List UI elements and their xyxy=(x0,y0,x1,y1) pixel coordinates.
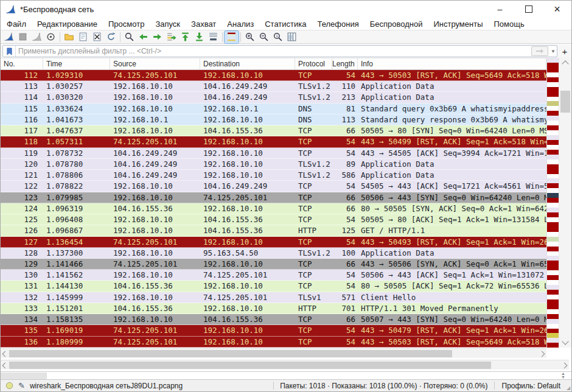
colorize-icon[interactable] xyxy=(225,31,239,43)
zoom-in-icon[interactable] xyxy=(243,31,257,43)
menu-item-запуск[interactable]: Запуск xyxy=(150,19,186,29)
menu-item-файл[interactable]: Файл xyxy=(1,19,32,29)
horizontal-scroll-thumb[interactable] xyxy=(9,350,452,357)
minimize-button[interactable]: – xyxy=(486,1,514,18)
table-row[interactable]: 1261.096867192.168.10.10104.16.155.36HTT… xyxy=(1,225,546,236)
cell-info: 443 → 50479 [RST, ACK] Seq=1 Ack=1 Win=2… xyxy=(358,325,546,335)
table-row[interactable]: 1151.033624192.168.10.10192.168.10.1DNS8… xyxy=(1,103,546,114)
table-row[interactable]: 1231.079985192.168.10.1074.125.205.101TC… xyxy=(1,192,546,203)
table-row[interactable]: 1201.078780104.16.249.249192.168.10.10TL… xyxy=(1,159,546,170)
table-row[interactable]: 1131.030257192.168.10.10104.16.249.249TL… xyxy=(1,81,546,92)
cell-proto: TCP xyxy=(295,325,332,335)
table-row[interactable]: 1361.18099974.125.205.101192.168.10.10TC… xyxy=(1,337,546,348)
autoscroll-icon[interactable] xyxy=(206,31,220,43)
table-row[interactable]: 1311.144130104.16.155.36192.168.10.10TCP… xyxy=(1,281,546,292)
vertical-scrollbar[interactable] xyxy=(559,58,571,348)
go-top-icon[interactable] xyxy=(178,31,192,43)
table-row[interactable]: 1331.151201104.16.155.36192.168.10.10HTT… xyxy=(1,303,546,314)
save-file-icon[interactable] xyxy=(76,31,90,43)
table-row[interactable]: 1121.02931074.125.205.101192.168.10.10TC… xyxy=(1,70,546,81)
table-row[interactable]: 1211.078806104.16.249.249192.168.10.10TL… xyxy=(1,170,546,181)
scroll-up-icon[interactable] xyxy=(562,60,568,67)
stop-capture-icon[interactable] xyxy=(16,31,30,43)
open-file-icon[interactable] xyxy=(62,31,76,43)
horizontal-scrollbar-list[interactable] xyxy=(1,348,546,358)
table-row[interactable]: 1281.137300192.168.10.1095.163.54.50TLSv… xyxy=(1,248,546,259)
go-back-icon[interactable] xyxy=(136,31,150,43)
scroll-down-icon[interactable] xyxy=(562,338,568,345)
bookmark-icon[interactable] xyxy=(3,46,16,57)
table-row[interactable]: 1161.041673192.168.10.1192.168.10.10DNS1… xyxy=(1,114,546,125)
menu-item-инструменты[interactable]: Инструменты xyxy=(428,19,488,29)
column-header-no[interactable]: No. xyxy=(1,58,43,69)
column-header-time[interactable]: Time xyxy=(43,58,110,69)
pane-handle[interactable] xyxy=(1,373,47,379)
scroll-right-icon[interactable] xyxy=(562,363,568,369)
apply-filter-button[interactable] xyxy=(531,46,548,56)
table-row[interactable]: 1351.16901974.125.205.101192.168.10.10TC… xyxy=(1,325,546,336)
cell-dst: 74.125.205.101 xyxy=(200,292,295,303)
table-row[interactable]: 1141.030320192.168.10.10104.16.249.249TL… xyxy=(1,92,546,103)
go-to-packet-icon[interactable] xyxy=(164,31,178,43)
horizontal-scrollbar-lower[interactable] xyxy=(1,360,569,369)
restart-capture-icon[interactable] xyxy=(30,31,44,43)
scroll-left-icon[interactable] xyxy=(2,363,9,369)
close-file-icon[interactable] xyxy=(90,31,104,43)
close-button[interactable]: × xyxy=(543,1,571,18)
column-header-length[interactable]: Length xyxy=(332,58,358,69)
resize-grip[interactable]: ◢ xyxy=(567,379,571,392)
table-row[interactable]: 1251.096408192.168.10.10104.16.155.36TCP… xyxy=(1,214,546,225)
column-header-destination[interactable]: Destination xyxy=(200,58,295,69)
zoom-reset-icon[interactable]: 1 xyxy=(271,31,285,43)
vertical-scroll-thumb[interactable] xyxy=(560,91,570,113)
capture-options-icon[interactable] xyxy=(44,31,58,43)
cell-no: 119 xyxy=(1,148,43,158)
scroll-left-icon[interactable] xyxy=(2,351,9,357)
scroll-right-icon[interactable] xyxy=(539,351,545,357)
start-capture-icon[interactable] xyxy=(2,31,16,43)
menu-item-беспроводной[interactable]: Беспроводной xyxy=(364,19,428,29)
packet-minimap[interactable] xyxy=(546,58,559,348)
table-row[interactable]: 1271.13645474.125.205.101192.168.10.10TC… xyxy=(1,237,546,248)
column-header-source[interactable]: Source xyxy=(110,58,200,69)
menu-item-захват[interactable]: Захват xyxy=(186,19,221,29)
go-bottom-icon[interactable] xyxy=(192,31,206,43)
table-row[interactable]: 1221.078822192.168.10.10104.16.249.249TC… xyxy=(1,181,546,192)
minimap-stripe xyxy=(547,174,559,179)
menu-item-помощь[interactable]: Помощь xyxy=(489,19,530,29)
cell-proto: TLSv1.2 xyxy=(295,170,332,180)
table-row[interactable]: 1171.047637192.168.10.10104.16.155.36TCP… xyxy=(1,125,546,136)
menu-item-просмотр[interactable]: Просмотр xyxy=(103,19,150,29)
add-filter-button[interactable]: + xyxy=(560,46,570,57)
capture-comment-icon[interactable]: ✎ xyxy=(18,381,25,390)
zoom-out-icon[interactable] xyxy=(257,31,271,43)
pane-spinner[interactable]: ▲▼ xyxy=(561,372,565,379)
resize-columns-icon[interactable] xyxy=(285,31,299,43)
table-row[interactable]: 1191.078732104.16.249.249192.168.10.10TC… xyxy=(1,148,546,159)
column-header-protocol[interactable]: Protocol xyxy=(295,58,332,69)
cell-time: 1.057311 xyxy=(43,136,110,147)
toolbar-separator xyxy=(60,32,60,42)
table-row[interactable]: 1321.145999192.168.10.1074.125.205.101TL… xyxy=(1,292,546,303)
display-filter-input[interactable] xyxy=(16,47,531,55)
filter-dropdown-caret[interactable]: ▼ xyxy=(549,49,557,54)
menu-item-телефония[interactable]: Телефония xyxy=(312,19,364,29)
go-forward-icon[interactable] xyxy=(150,31,164,43)
table-row[interactable]: 1291.14146674.125.205.101192.168.10.10TC… xyxy=(1,259,546,270)
table-row[interactable]: 1341.158135192.168.10.10104.16.155.36TCP… xyxy=(1,314,546,325)
find-packet-icon[interactable] xyxy=(122,31,136,43)
menu-item-анализ[interactable]: Анализ xyxy=(221,19,259,29)
table-row[interactable]: 1241.096319104.16.155.36192.168.10.10TCP… xyxy=(1,203,546,214)
expert-info-icon[interactable] xyxy=(5,382,13,390)
cell-len: 66 xyxy=(332,203,358,214)
horizontal-scroll-thumb[interactable] xyxy=(9,362,491,369)
profile-label[interactable]: Профиль: Default xyxy=(495,382,567,390)
menu-item-редактирование[interactable]: Редактирование xyxy=(32,19,103,29)
column-header-info[interactable]: Info xyxy=(358,58,546,69)
table-row[interactable]: 1181.05731174.125.205.101192.168.10.10TC… xyxy=(1,136,546,147)
reload-file-icon[interactable] xyxy=(104,31,118,43)
cell-time: 1.033624 xyxy=(43,103,110,114)
menu-item-статистика[interactable]: Статистика xyxy=(259,19,312,29)
table-row[interactable]: 1301.141562192.168.10.1074.125.205.101TC… xyxy=(1,270,546,281)
maximize-button[interactable] xyxy=(514,1,543,18)
